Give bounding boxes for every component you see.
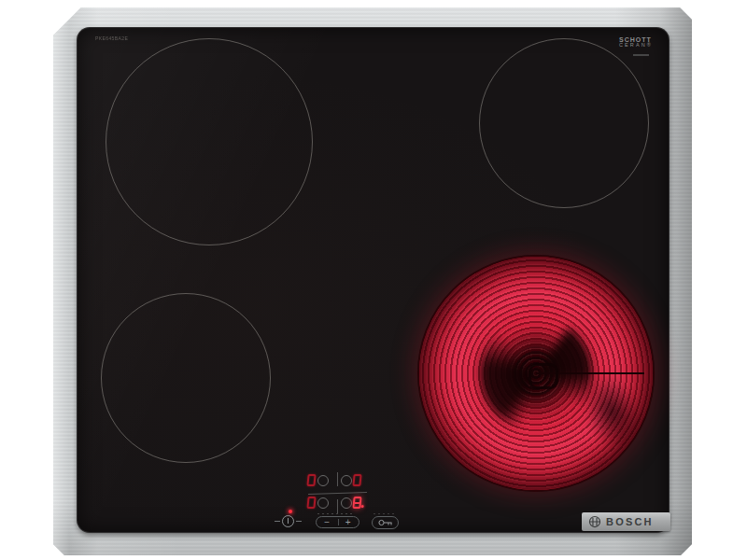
- power-frame-mark: [296, 521, 302, 522]
- zone-select-front-right[interactable]: [341, 497, 352, 509]
- power-led: [289, 510, 292, 513]
- model-label: PKE645BA2E: [95, 36, 128, 41]
- schott-logo-line2: CERAN®: [619, 43, 653, 49]
- schott-fineprint-mark: [633, 54, 649, 56]
- stepper-tick-marks: [317, 513, 355, 514]
- lock-tick-marks: [374, 513, 394, 514]
- key-lock-icon: [378, 519, 393, 526]
- heat-limiter-head: [529, 363, 558, 389]
- display-front-left: [306, 497, 316, 509]
- cooking-zone-back-left: [106, 38, 313, 245]
- ceramic-glass-surface: PKE645BA2E SCHOTT CERAN®: [78, 28, 669, 532]
- display-divider: [337, 472, 338, 486]
- power-frame-mark: [275, 521, 280, 522]
- minus-button[interactable]: −: [317, 517, 338, 527]
- display-back-left: [306, 474, 316, 486]
- plus-button[interactable]: +: [338, 517, 359, 527]
- zone-select-back-left[interactable]: [317, 475, 329, 486]
- bosch-armature-icon: [588, 515, 601, 528]
- display-divider: [337, 499, 338, 513]
- power-level-displays: [304, 470, 372, 515]
- bosch-badge: BOSCH: [582, 512, 670, 531]
- display-back-right: [352, 474, 361, 486]
- display-front-right: [352, 497, 361, 509]
- cooking-zone-front-left: [101, 293, 271, 463]
- display-divider: [308, 492, 367, 495]
- bosch-logo-text: BOSCH: [606, 516, 654, 527]
- power-button[interactable]: [282, 515, 294, 527]
- cooking-zone-back-right: [479, 38, 649, 208]
- child-lock-button[interactable]: [372, 516, 399, 529]
- power-standby-icon: [288, 518, 289, 524]
- cooktop-steel-frame: PKE645BA2E SCHOTT CERAN®: [53, 7, 692, 555]
- zone-select-front-left[interactable]: [317, 497, 329, 509]
- zone-select-back-right[interactable]: [341, 475, 352, 486]
- schott-ceran-logo: SCHOTT CERAN®: [619, 36, 653, 49]
- cooking-zone-front-right-heating: [417, 255, 655, 492]
- power-stepper: − +: [316, 516, 359, 528]
